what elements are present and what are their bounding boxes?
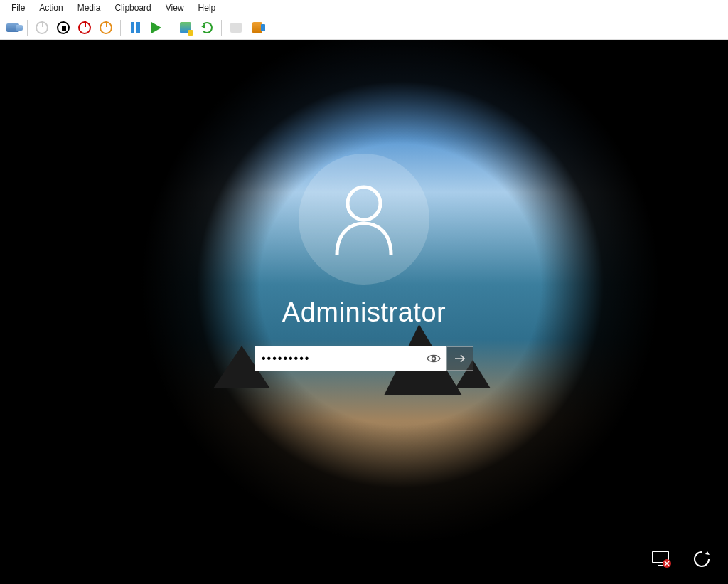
toolbar-separator: [27, 20, 28, 36]
start-button: [33, 19, 50, 36]
play-icon: [151, 22, 161, 33]
reset-icon: [100, 21, 112, 34]
enhanced-session-button: [228, 19, 245, 36]
turnoff-button[interactable]: [55, 19, 72, 36]
svg-point-0: [348, 187, 380, 220]
ctrl-alt-del-button[interactable]: [4, 19, 21, 36]
toolbar: [0, 16, 728, 40]
toolbar-separator: [171, 20, 171, 36]
corner-buttons: [650, 547, 714, 571]
checkpoint-button[interactable]: [177, 19, 194, 36]
reset-button[interactable]: [97, 19, 114, 36]
submit-button[interactable]: [446, 346, 473, 371]
revert-button[interactable]: [198, 19, 215, 36]
network-status-button[interactable]: [650, 547, 674, 571]
resume-button[interactable]: [148, 19, 165, 36]
menu-help[interactable]: Help: [191, 1, 223, 14]
password-input[interactable]: [262, 352, 425, 365]
ease-of-access-button[interactable]: [690, 547, 714, 571]
password-row: [255, 346, 473, 371]
arrow-right-icon: [453, 351, 467, 366]
menubar: File Action Media Clipboard View Help: [0, 0, 728, 16]
menu-action[interactable]: Action: [32, 1, 70, 14]
snapshot-icon: [180, 22, 191, 33]
revert-icon: [201, 22, 213, 33]
network-disconnected-icon: [651, 550, 673, 568]
shutdown-button[interactable]: [76, 19, 93, 36]
login-panel: Administrator: [236, 154, 492, 371]
ctrlaltdel-icon: [6, 23, 19, 32]
toolbar-separator: [221, 20, 222, 36]
menu-media[interactable]: Media: [70, 1, 108, 14]
share-icon: [252, 22, 262, 33]
stop-icon: [57, 21, 70, 34]
menu-view[interactable]: View: [159, 1, 191, 14]
pause-icon: [131, 22, 140, 33]
svg-point-1: [432, 357, 436, 361]
enhanced-session-icon: [230, 23, 242, 33]
vm-display[interactable]: Administrator: [0, 40, 728, 584]
pause-button[interactable]: [127, 19, 144, 36]
toolbar-separator: [120, 20, 121, 36]
reveal-password-button[interactable]: [425, 350, 442, 367]
power-off-icon: [36, 21, 48, 34]
menu-clipboard[interactable]: Clipboard: [107, 1, 158, 14]
ease-of-access-icon: [692, 549, 712, 569]
eye-icon: [427, 354, 441, 363]
user-avatar: [299, 154, 429, 285]
share-button[interactable]: [249, 19, 266, 36]
password-field-wrap[interactable]: [255, 346, 446, 371]
user-icon: [330, 184, 398, 255]
menu-file[interactable]: File: [4, 1, 32, 14]
username-label: Administrator: [282, 297, 446, 328]
shutdown-icon: [78, 21, 91, 34]
